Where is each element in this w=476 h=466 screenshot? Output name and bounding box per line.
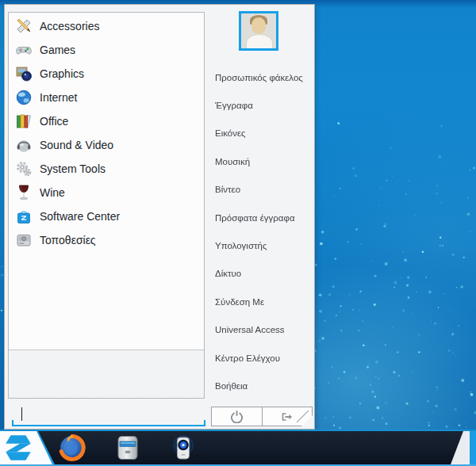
place-recent-documents[interactable]: Πρόσφατα έγγραφα bbox=[215, 204, 310, 231]
menu-category-accessories[interactable]: Accessories bbox=[9, 14, 204, 38]
place-control-center[interactable]: Κέντρο Ελέγχου bbox=[215, 344, 310, 372]
menu-category-system-tools[interactable]: System Tools bbox=[9, 157, 204, 181]
sound-video-icon bbox=[15, 136, 33, 154]
office-icon bbox=[15, 113, 33, 130]
place-pictures[interactable]: Εικόνες bbox=[215, 120, 310, 147]
menu-category-locations[interactable]: Τοποθεσίες bbox=[9, 228, 204, 252]
menu-category-software-center[interactable]: Software Center bbox=[9, 204, 204, 228]
shutdown-button[interactable] bbox=[212, 407, 263, 426]
menu-category-games[interactable]: Games bbox=[9, 38, 204, 62]
avatar-body bbox=[246, 34, 273, 51]
app-categories-box: Accessories Games bbox=[8, 12, 205, 399]
category-label: System Tools bbox=[40, 162, 106, 175]
category-label: Accessories bbox=[40, 20, 99, 32]
menu-category-office[interactable]: Office bbox=[9, 109, 204, 133]
category-label: Τοποθεσίες bbox=[40, 234, 96, 246]
games-icon bbox=[15, 41, 33, 59]
logout-icon bbox=[280, 411, 294, 423]
logout-button[interactable] bbox=[263, 407, 313, 426]
hard-drive-icon bbox=[15, 231, 33, 249]
category-label: Games bbox=[40, 44, 75, 56]
category-label: Sound & Video bbox=[40, 139, 113, 151]
category-label: Graphics bbox=[40, 67, 84, 80]
category-label: Office bbox=[40, 115, 68, 128]
system-tools-icon bbox=[15, 160, 33, 178]
menu-category-sound-video[interactable]: Sound & Video bbox=[9, 133, 204, 157]
category-label: Wine bbox=[40, 186, 65, 199]
place-connect-to[interactable]: Σύνδεση Με bbox=[215, 288, 310, 315]
zorin-logo-icon bbox=[2, 434, 35, 462]
place-music[interactable]: Μουσική bbox=[215, 147, 310, 175]
menu-category-wine[interactable]: Wine bbox=[9, 181, 204, 204]
graphics-icon bbox=[15, 65, 33, 82]
place-computer[interactable]: Υπολογιστής bbox=[215, 231, 310, 259]
place-help[interactable]: Βοήθεια bbox=[215, 372, 310, 399]
show-desktop-button[interactable] bbox=[470, 431, 476, 464]
text-caret bbox=[21, 407, 22, 421]
taskbar-media-player-button[interactable] bbox=[169, 434, 198, 462]
file-manager-icon bbox=[114, 434, 141, 461]
wine-icon bbox=[15, 184, 33, 201]
menu-category-graphics[interactable]: Graphics bbox=[9, 62, 204, 86]
start-menu-panel: Accessories Games bbox=[4, 4, 315, 430]
place-videos[interactable]: Βίντεο bbox=[215, 176, 310, 204]
firefox-icon bbox=[59, 434, 86, 461]
accessories-icon bbox=[15, 17, 33, 35]
taskbar-firefox-button[interactable] bbox=[58, 434, 86, 462]
place-network[interactable]: Δίκτυο bbox=[215, 260, 310, 288]
taskbar bbox=[0, 430, 476, 466]
place-documents[interactable]: Έγγραφα bbox=[215, 91, 310, 119]
category-label: Software Center bbox=[40, 210, 120, 223]
taskbar-end-wedge bbox=[451, 431, 470, 464]
user-avatar[interactable] bbox=[239, 11, 278, 51]
taskbar-file-manager-button[interactable] bbox=[113, 434, 142, 462]
media-player-icon bbox=[170, 434, 197, 461]
place-home-folder[interactable]: Προσωπικός φάκελος bbox=[215, 63, 310, 91]
internet-icon bbox=[15, 89, 33, 106]
category-label: Internet bbox=[40, 91, 77, 104]
power-icon bbox=[230, 410, 244, 423]
menu-category-internet[interactable]: Internet bbox=[9, 86, 204, 109]
place-universal-access[interactable]: Universal Access bbox=[215, 316, 310, 344]
apps-box-lower-area bbox=[9, 350, 204, 398]
search-input[interactable] bbox=[12, 404, 205, 425]
places-list: Προσωπικός φάκελος Έγγραφα Εικόνες Μουσι… bbox=[215, 63, 310, 400]
search-field bbox=[12, 404, 205, 426]
avatar-head bbox=[251, 17, 266, 34]
software-center-icon bbox=[15, 208, 33, 225]
session-buttons bbox=[211, 407, 313, 426]
app-category-list: Accessories Games bbox=[9, 14, 204, 252]
